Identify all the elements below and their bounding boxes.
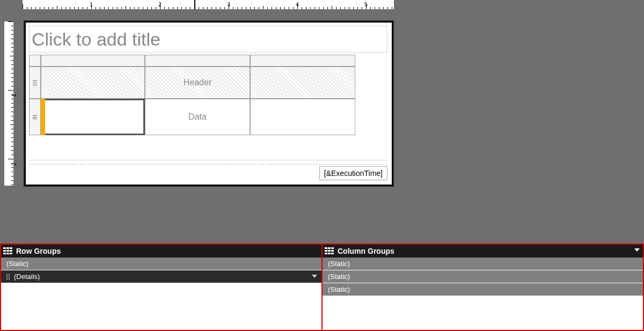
report-footer[interactable]: [&ExecutionTime] (29, 164, 387, 180)
body-footer-divider (29, 160, 387, 160)
row-groups-header[interactable]: Row Groups (1, 245, 321, 258)
horizontal-ruler: 12345 (23, 0, 394, 10)
column-group-item-label: (Static) (328, 285, 350, 293)
ruler-v-label: 2 (11, 161, 17, 167)
vertical-ruler: 12 (4, 21, 14, 186)
tablix-col-handle-3[interactable] (250, 55, 355, 67)
tablix-header-row[interactable]: Header (29, 67, 387, 99)
tablix-row-handle-data[interactable] (29, 99, 41, 135)
column-groups-header[interactable]: Column Groups (323, 245, 643, 258)
row-group-item[interactable]: (Details) (1, 270, 321, 283)
column-group-item[interactable]: (Static) (323, 270, 643, 283)
row-groups-title: Row Groups (16, 247, 61, 255)
column-group-item-label: (Static) (328, 273, 350, 281)
data-row-label: Data (188, 112, 207, 122)
grouping-pane: Row Groups (Static)(Details) Column Grou… (0, 244, 644, 331)
dash-icon (33, 80, 37, 85)
execution-time-expression: [&ExecutionTime] (324, 169, 383, 178)
selection-handle-icon (41, 99, 45, 135)
column-group-item[interactable]: (Static) (323, 283, 643, 296)
tablix-col-handle-2[interactable] (145, 55, 250, 67)
row-groups-panel: Row Groups (Static)(Details) (1, 245, 323, 330)
row-group-list[interactable]: (Static)(Details) (1, 258, 321, 330)
tablix-row-handle-header[interactable] (29, 67, 41, 99)
table-icon (3, 247, 13, 255)
tablix-column-handle-row[interactable] (29, 55, 387, 67)
tablix-corner-handle[interactable] (29, 55, 41, 67)
ruler-h-label: 1 (86, 2, 97, 8)
column-group-item[interactable]: (Static) (323, 258, 643, 270)
table-icon (325, 247, 334, 255)
chevron-down-icon[interactable] (634, 248, 640, 252)
execution-time-textbox[interactable]: [&ExecutionTime] (319, 166, 387, 180)
report-design-surface: 12345 12 Click to add title (0, 0, 644, 244)
tablix-header-cell-3[interactable] (250, 67, 355, 99)
tablix-data-cell-3[interactable] (250, 99, 355, 135)
header-row-label: Header (184, 78, 211, 87)
ruler-h-label: 3 (223, 2, 234, 8)
ruler-h-label: 5 (361, 2, 371, 8)
ruler-position-indicator (194, 0, 195, 10)
row-group-item-label: (Static) (6, 260, 28, 268)
chevron-down-icon[interactable] (312, 275, 317, 278)
ruler-v-label: 1 (11, 92, 17, 99)
tablix-header-cell-1[interactable] (41, 67, 145, 99)
report-title-textbox[interactable]: Click to add title (29, 26, 387, 53)
tablix-data-cell-2[interactable]: Data (145, 99, 250, 135)
column-group-list[interactable]: (Static)(Static)(Static) (323, 258, 643, 330)
tablix-header-cell-2[interactable]: Header (145, 67, 250, 99)
drag-handle-icon (6, 274, 11, 279)
column-groups-panel: Column Groups (Static)(Static)(Static) (323, 245, 643, 330)
report-body[interactable]: Click to add title (25, 21, 393, 186)
row-group-item-label: (Details) (14, 273, 40, 281)
tablix-region[interactable]: Header (29, 55, 387, 135)
tablix-data-row[interactable]: Data (29, 99, 387, 135)
tablix-col-handle-1[interactable] (41, 55, 145, 67)
report-title-placeholder: Click to add title (32, 29, 160, 50)
column-groups-title: Column Groups (338, 247, 394, 255)
ruler-h-label: 4 (292, 2, 303, 8)
ruler-h-label: 2 (155, 2, 165, 8)
tablix-data-cell-1-selected[interactable] (41, 99, 145, 135)
column-group-item-label: (Static) (328, 260, 350, 268)
row-group-item[interactable]: (Static) (1, 258, 321, 270)
details-handle-icon (33, 115, 37, 119)
